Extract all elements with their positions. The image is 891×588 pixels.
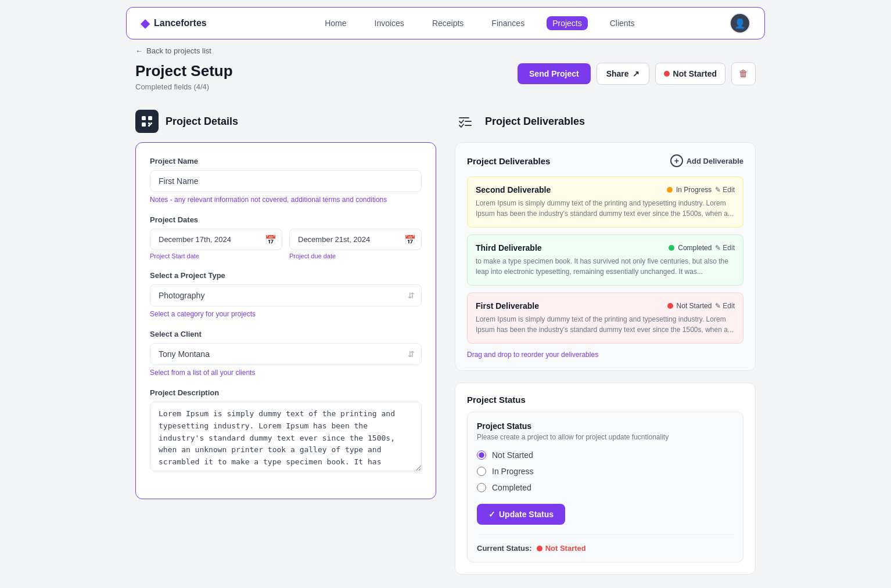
deliverables-card: Project Deliverables + Add Deliverable S… [455,142,756,371]
radio-in-progress[interactable]: In Progress [477,467,734,476]
end-date-wrapper: 📅 Project due date [289,229,422,259]
deliverable-header-third: Third Deliverable Completed ✎ Edit [476,243,735,252]
user-avatar[interactable]: 👤 [730,13,750,34]
back-link[interactable]: ← Back to projects list [135,46,756,55]
calendar-icon-start: 📅 [265,234,276,245]
project-status-card: Project Status Project Status Please cre… [455,383,756,575]
page-subtitle: Completed fields (4/4) [135,82,233,91]
back-arrow-icon: ← [135,46,143,55]
project-description-group: Project Description Lorem Ipsum is simpl… [150,388,422,473]
current-status-label: Current Status: [477,544,532,553]
header-actions: Send Project Share ↗ Not Started 🗑 [518,62,756,85]
start-date-wrapper: 📅 Project Start date [150,229,282,259]
radio-not-started[interactable]: Not Started [477,450,734,460]
status-inner-hint: Please create a project to allow for pro… [477,433,734,441]
nav-links: Home Invoices Receipts Finances Projects… [230,16,730,30]
deliverable-status-third: Completed ✎ Edit [669,244,735,252]
radio-not-started-label: Not Started [492,450,533,460]
start-date-input[interactable] [150,229,282,250]
current-status-row: Current Status: Not Started [477,534,734,553]
deliverable-header-second: Second Deliverable In Progress ✎ Edit [476,185,735,194]
status-dot-red [664,71,670,77]
navbar: ◆ Lancefortes Home Invoices Receipts Fin… [126,7,765,39]
send-project-button[interactable]: Send Project [518,63,591,84]
client-select[interactable]: Tony Montana [150,343,422,365]
status-button[interactable]: Not Started [655,63,725,85]
external-link-icon: ↗ [633,69,639,78]
drag-hint: Drag and drop to reorder your deliverabl… [467,351,743,359]
nav-clients[interactable]: Clients [604,16,641,30]
radio-not-started-input[interactable] [477,450,486,460]
deliverables-header: Project Deliverables [455,110,756,133]
add-deliverable-button[interactable]: + Add Deliverable [670,154,743,167]
nav-home[interactable]: Home [319,16,352,30]
app-name: Lancefortes [154,18,207,28]
delete-button[interactable]: 🗑 [731,62,756,85]
project-dates-label: Project Dates [150,215,422,224]
nav-receipts[interactable]: Receipts [426,16,469,30]
project-name-input[interactable] [150,170,422,192]
right-col: Project Deliverables Project Deliverable… [455,110,756,575]
deliverables-section-title: Project Deliverables [485,116,585,128]
deliverable-name-first: First Deliverable [476,301,539,311]
deliverable-item-third: Third Deliverable Completed ✎ Edit to ma… [467,235,743,286]
status-dot-green [669,245,674,251]
deliverable-status-first: Not Started ✎ Edit [667,302,735,310]
svg-rect-2 [142,122,146,127]
radio-in-progress-input[interactable] [477,467,486,476]
back-link-label: Back to projects list [146,46,211,55]
status-inner-card: Project Status Please create a project t… [467,412,743,562]
radio-completed[interactable]: Completed [477,483,734,492]
project-dates-group: Project Dates 📅 Project Start date [150,215,422,259]
date-row: 📅 Project Start date 📅 Project due date [150,229,422,259]
page-title-area: Project Setup Completed fields (4/4) [135,62,233,91]
project-type-group: Select a Project Type Photography ⇵ Sele… [150,271,422,318]
deliverable-text-second: Lorem Ipsum is simply dummy text of the … [476,198,735,219]
share-label: Share [606,69,629,78]
page-header: Project Setup Completed fields (4/4) Sen… [135,62,756,91]
nav-invoices[interactable]: Invoices [369,16,410,30]
client-hint: Select from a list of all your clients [150,369,422,377]
edit-link-third[interactable]: ✎ Edit [715,244,735,252]
client-select-wrapper: Tony Montana ⇵ [150,343,422,365]
svg-rect-1 [148,116,152,120]
deliverable-text-third: to make a type specimen book. It has sur… [476,256,735,277]
deliverable-text-first: Lorem Ipsum is simply dummy text of the … [476,314,735,335]
status-dot-yellow [667,187,673,193]
deliverables-top: Project Deliverables + Add Deliverable [467,154,743,167]
update-status-button[interactable]: ✓ Update Status [477,504,565,525]
deliverable-name-second: Second Deliverable [476,185,551,194]
edit-link-second[interactable]: ✎ Edit [715,186,735,194]
nav-finances[interactable]: Finances [486,16,530,30]
logo-icon: ◆ [141,16,149,30]
project-name-group: Project Name Notes - any relevant inform… [150,157,422,204]
svg-rect-4 [148,122,150,124]
svg-rect-5 [150,122,152,124]
share-button[interactable]: Share ↗ [597,63,649,85]
deliverables-icon [455,110,478,133]
project-type-select[interactable]: Photography [150,284,422,306]
project-description-label: Project Description [150,388,422,397]
deliverables-card-title: Project Deliverables [467,156,550,166]
status-inner-title: Project Status [477,421,734,431]
radio-in-progress-label: In Progress [492,467,534,476]
svg-rect-6 [148,125,150,127]
project-details-icon [135,110,159,133]
checkmark-icon: ✓ [488,510,495,519]
two-col-layout: Project Details Project Name Notes - any… [135,110,756,575]
deliverable-header-first: First Deliverable Not Started ✎ Edit [476,301,735,311]
status-dot-red-del [667,303,673,309]
project-description-textarea[interactable]: Lorem Ipsum is simply dummy text of the … [150,402,422,471]
radio-completed-input[interactable] [477,483,486,492]
status-card-title: Project Status [467,395,743,405]
nav-projects[interactable]: Projects [547,16,588,30]
current-status-dot [537,546,542,551]
start-date-hint: Project Start date [150,252,282,259]
deliverable-item-first: First Deliverable Not Started ✎ Edit Lor… [467,293,743,344]
current-status-text: Not Started [545,544,586,553]
client-group: Select a Client Tony Montana ⇵ Select fr… [150,330,422,377]
end-date-input[interactable] [289,229,422,250]
edit-link-first[interactable]: ✎ Edit [715,302,735,310]
radio-group: Not Started In Progress Completed [477,450,734,492]
main-content: ← Back to projects list Project Setup Co… [126,46,765,588]
